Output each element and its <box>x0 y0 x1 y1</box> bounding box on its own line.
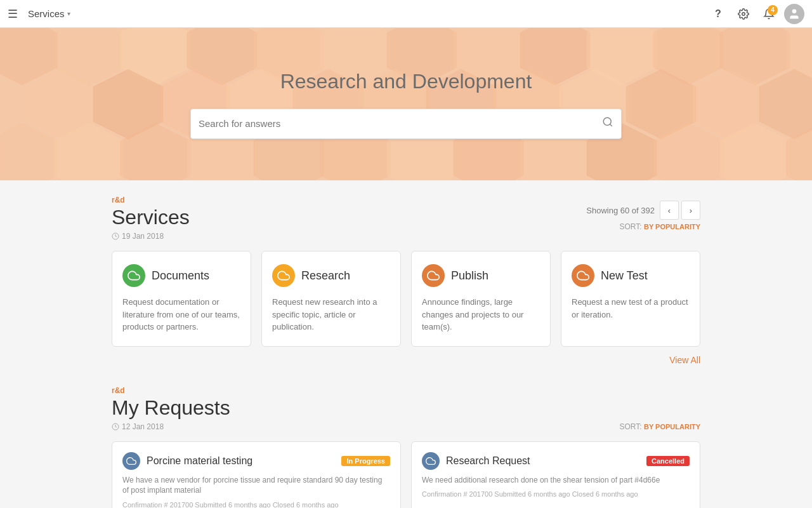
request-card-porcine[interactable]: Porcine material testing In Progress We … <box>112 441 401 509</box>
requests-section-label: r&d <box>112 386 230 395</box>
services-header-right: Showing 60 of 392 ‹ › SORT: BY POPULARIT… <box>586 201 700 231</box>
prev-page-button[interactable]: ‹ <box>660 201 679 220</box>
cloud-icon <box>128 269 140 282</box>
request-title-porcine: Porcine material testing <box>147 455 252 467</box>
hero-section: Research and Development <box>0 28 812 180</box>
services-header-left: r&d Services 19 Jan 2018 <box>112 196 190 241</box>
service-card-new-test[interactable]: New Test Request a new test of a product… <box>561 251 700 347</box>
hero-content: Research and Development <box>0 70 812 139</box>
card-title-publish: Publish <box>451 269 488 283</box>
service-card-publish[interactable]: Publish Announce findings, large changes… <box>411 251 551 347</box>
request-card-research[interactable]: Research Request Cancelled We need addit… <box>411 441 700 509</box>
person-icon <box>788 8 801 20</box>
service-card-research[interactable]: Research Request new research into a spe… <box>261 251 401 347</box>
notifications-button[interactable]: 4 <box>759 4 779 24</box>
services-pagination: ‹ › <box>660 201 700 220</box>
requests-section: r&d My Requests 12 Jan 2018 SORT: BY POP… <box>112 386 700 509</box>
clock-icon <box>112 423 119 431</box>
card-header: Research <box>272 264 390 287</box>
svg-point-3 <box>603 117 611 125</box>
request-desc-porcine: We have a new vendor for porcine tissue … <box>122 475 390 497</box>
request-meta-porcine: Confirmation # 201700 Submitted 6 months… <box>122 501 390 508</box>
card-icon-research <box>272 264 295 287</box>
requests-section-date: 12 Jan 2018 <box>112 422 230 431</box>
card-desc-publish: Announce findings, large changes and pro… <box>422 296 540 333</box>
services-section-date: 19 Jan 2018 <box>112 232 190 241</box>
requests-grid: Porcine material testing In Progress We … <box>112 441 700 509</box>
sort-label: SORT: <box>620 222 642 231</box>
requests-sort-row: SORT: BY POPULARITY <box>620 422 701 431</box>
card-icon-documents <box>122 264 145 287</box>
card-title-documents: Documents <box>152 269 209 283</box>
request-title-row: Research Request <box>422 452 530 470</box>
cloud-small-icon <box>126 456 136 466</box>
next-page-button[interactable]: › <box>681 201 700 220</box>
services-section: r&d Services 19 Jan 2018 Showing 60 of 3… <box>112 196 700 366</box>
cloud-small-icon <box>426 456 436 466</box>
services-showing-text: Showing 60 of 392 <box>586 206 655 215</box>
card-header: New Test <box>572 264 690 287</box>
gear-icon <box>738 8 749 20</box>
sort-value[interactable]: BY POPULARITY <box>644 223 700 231</box>
card-icon-publish <box>422 264 445 287</box>
requests-sort-label: SORT: <box>620 422 642 431</box>
requests-header-right: SORT: BY POPULARITY <box>620 422 701 431</box>
help-icon: ? <box>715 8 721 20</box>
hamburger-menu[interactable]: ☰ <box>8 7 18 21</box>
request-title-row: Porcine material testing <box>122 452 252 470</box>
services-sort-row: SORT: BY POPULARITY <box>620 222 701 231</box>
request-icon <box>422 452 440 470</box>
search-button[interactable] <box>602 116 613 131</box>
help-button[interactable]: ? <box>708 4 728 24</box>
card-header: Documents <box>122 264 240 287</box>
request-meta-research: Confirmation # 201700 Submitted 6 months… <box>422 490 690 498</box>
services-section-title: Services <box>112 206 190 229</box>
card-header: Publish <box>422 264 540 287</box>
requests-header-left: r&d My Requests 12 Jan 2018 <box>112 386 230 431</box>
card-desc-documents: Request documentation or literature from… <box>122 296 240 333</box>
brand-dropdown[interactable]: Services ▾ <box>28 8 70 19</box>
requests-section-title: My Requests <box>112 396 230 420</box>
svg-point-0 <box>742 12 745 15</box>
user-avatar[interactable] <box>784 4 804 24</box>
card-title-new-test: New Test <box>601 269 648 283</box>
request-desc-research: We need additional research done on the … <box>422 475 690 486</box>
request-badge-porcine: In Progress <box>341 456 390 466</box>
hero-title: Research and Development <box>0 70 812 93</box>
services-section-label: r&d <box>112 196 190 204</box>
request-title-research: Research Request <box>446 455 530 467</box>
topbar: ☰ Services ▾ ? 4 <box>0 0 812 28</box>
settings-button[interactable] <box>733 4 754 24</box>
main-content: r&d Services 19 Jan 2018 Showing 60 of 3… <box>102 180 710 508</box>
view-all-row: View All <box>112 354 700 366</box>
request-icon <box>122 452 140 470</box>
card-desc-research: Request new research into a specific top… <box>272 296 390 333</box>
search-input[interactable] <box>199 118 602 129</box>
cloud-icon <box>277 269 290 282</box>
service-card-documents[interactable]: Documents Request documentation or liter… <box>112 251 251 347</box>
card-title-research: Research <box>301 269 350 283</box>
card-desc-new-test: Request a new test of a product or itera… <box>572 296 690 321</box>
svg-point-1 <box>792 9 797 13</box>
topbar-actions: ? 4 <box>708 4 804 24</box>
request-card-header: Porcine material testing In Progress <box>122 452 390 470</box>
request-badge-research: Cancelled <box>646 456 690 466</box>
brand-label: Services <box>28 8 65 19</box>
brand-chevron-icon: ▾ <box>67 10 70 17</box>
cloud-icon <box>577 269 589 282</box>
clock-icon <box>112 232 119 240</box>
requests-header-row: r&d My Requests 12 Jan 2018 SORT: BY POP… <box>112 386 700 431</box>
requests-sort-value[interactable]: BY POPULARITY <box>644 423 700 431</box>
notification-badge: 4 <box>768 5 778 15</box>
services-header-row: r&d Services 19 Jan 2018 Showing 60 of 3… <box>112 196 700 241</box>
cloud-icon <box>427 269 440 282</box>
services-cards-grid: Documents Request documentation or liter… <box>112 251 700 347</box>
search-icon <box>602 116 613 128</box>
request-card-header: Research Request Cancelled <box>422 452 690 470</box>
card-icon-new-test <box>572 264 594 287</box>
view-all-link[interactable]: View All <box>669 355 700 365</box>
search-bar <box>190 109 622 139</box>
